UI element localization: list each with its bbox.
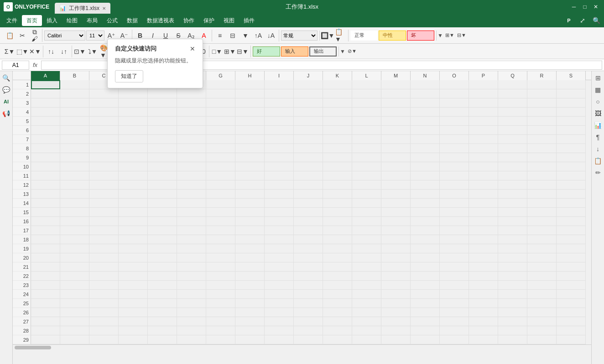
style-normal[interactable]: 正常: [350, 31, 378, 41]
border2-button[interactable]: ⊞▼: [224, 46, 236, 57]
col-header-g[interactable]: G: [206, 71, 235, 80]
cell-K3[interactable]: [323, 98, 352, 108]
cell-E24[interactable]: [148, 290, 177, 299]
cell-E15[interactable]: [148, 208, 177, 217]
cell-N6[interactable]: [411, 126, 440, 135]
cell-G3[interactable]: [206, 98, 235, 108]
cell-O29[interactable]: [440, 335, 469, 344]
cell-O17[interactable]: [440, 226, 469, 235]
col-header-m[interactable]: M: [381, 71, 411, 80]
cell-G7[interactable]: [206, 135, 235, 144]
cell-I1[interactable]: [265, 80, 294, 89]
cell-I22[interactable]: [265, 272, 294, 281]
menu-layout[interactable]: 布局: [82, 15, 102, 26]
cell-P14[interactable]: [469, 199, 498, 208]
col-header-o[interactable]: O: [440, 71, 469, 80]
cell-B12[interactable]: [60, 180, 89, 190]
cell-P20[interactable]: [469, 253, 498, 262]
row-number-3[interactable]: 3: [13, 98, 31, 108]
cell-M4[interactable]: [381, 108, 411, 117]
cell-R8[interactable]: [527, 144, 557, 153]
right-sidebar-chart-icon[interactable]: 📊: [593, 120, 603, 130]
cell-O13[interactable]: [440, 190, 469, 199]
cell-J6[interactable]: [294, 126, 323, 135]
cell-E13[interactable]: [148, 190, 177, 199]
cell-N4[interactable]: [411, 108, 440, 117]
cell-E26[interactable]: [148, 308, 177, 317]
col-header-n[interactable]: N: [411, 71, 440, 80]
cell-R25[interactable]: [527, 299, 557, 308]
cell-Q5[interactable]: [498, 117, 527, 126]
cell-N7[interactable]: [411, 135, 440, 144]
cell-M19[interactable]: [381, 244, 411, 253]
cell-K14[interactable]: [323, 199, 352, 208]
cell-L27[interactable]: [352, 317, 381, 326]
menu-pivot[interactable]: 数据透视表: [142, 15, 179, 26]
sort-desc2-button[interactable]: ↓↑: [58, 46, 70, 57]
cell-F20[interactable]: [177, 253, 206, 262]
cell-H29[interactable]: [235, 335, 265, 344]
cell-D8[interactable]: [119, 144, 148, 153]
cell-C19[interactable]: [89, 244, 119, 253]
cell-K9[interactable]: [323, 153, 352, 162]
cell-E29[interactable]: [148, 335, 177, 344]
cell-E19[interactable]: [148, 244, 177, 253]
cell-R15[interactable]: [527, 208, 557, 217]
row-number-20[interactable]: 20: [13, 253, 31, 262]
cell-J13[interactable]: [294, 190, 323, 199]
cell-K29[interactable]: [323, 335, 352, 344]
cell-O6[interactable]: [440, 126, 469, 135]
cell-J17[interactable]: [294, 226, 323, 235]
cell-B21[interactable]: [60, 262, 89, 272]
cell-I10[interactable]: [265, 162, 294, 171]
cell-N22[interactable]: [411, 272, 440, 281]
cell-P12[interactable]: [469, 180, 498, 190]
cell-C22[interactable]: [89, 272, 119, 281]
cell-R6[interactable]: [527, 126, 557, 135]
cell-M16[interactable]: [381, 217, 411, 226]
cell-J9[interactable]: [294, 153, 323, 162]
cell-K6[interactable]: [323, 126, 352, 135]
cell-B11[interactable]: [60, 171, 89, 180]
cell-O5[interactable]: [440, 117, 469, 126]
cell-N8[interactable]: [411, 144, 440, 153]
cell-O4[interactable]: [440, 108, 469, 117]
cell-B9[interactable]: [60, 153, 89, 162]
cell-E21[interactable]: [148, 262, 177, 272]
cell-P2[interactable]: [469, 89, 498, 98]
cell-M28[interactable]: [381, 326, 411, 335]
cell-I27[interactable]: [265, 317, 294, 326]
cell-D4[interactable]: [119, 108, 148, 117]
cell-S13[interactable]: [557, 190, 586, 199]
row-number-16[interactable]: 16: [13, 217, 31, 226]
cell-F2[interactable]: [177, 89, 206, 98]
border-button[interactable]: □▼: [211, 46, 223, 57]
cell-F23[interactable]: [177, 281, 206, 290]
row-number-4[interactable]: 4: [13, 108, 31, 117]
copy-button[interactable]: ⧉: [29, 29, 40, 35]
cell-O8[interactable]: [440, 144, 469, 153]
minimize-button[interactable]: ─: [569, 2, 578, 11]
cell-I14[interactable]: [265, 199, 294, 208]
conditional-format-button[interactable]: 🔲▼: [322, 30, 333, 41]
cell-Q14[interactable]: [498, 199, 527, 208]
cell-Q21[interactable]: [498, 262, 527, 272]
cell-S10[interactable]: [557, 162, 586, 171]
cell-R1[interactable]: [527, 80, 557, 89]
cell-E9[interactable]: [148, 153, 177, 162]
cell-D7[interactable]: [119, 135, 148, 144]
cell-D15[interactable]: [119, 208, 148, 217]
cell-K2[interactable]: [323, 89, 352, 98]
cell-A16[interactable]: [31, 217, 60, 226]
cell-R5[interactable]: [527, 117, 557, 126]
cell-Q23[interactable]: [498, 281, 527, 290]
col-header-b[interactable]: B: [60, 71, 89, 80]
cell-J20[interactable]: [294, 253, 323, 262]
cell-Q4[interactable]: [498, 108, 527, 117]
number-format-select[interactable]: 常规: [281, 31, 318, 41]
cell-D20[interactable]: [119, 253, 148, 262]
cell-P3[interactable]: [469, 98, 498, 108]
cell-S12[interactable]: [557, 180, 586, 190]
cell-A8[interactable]: [31, 144, 60, 153]
cell-Q24[interactable]: [498, 290, 527, 299]
